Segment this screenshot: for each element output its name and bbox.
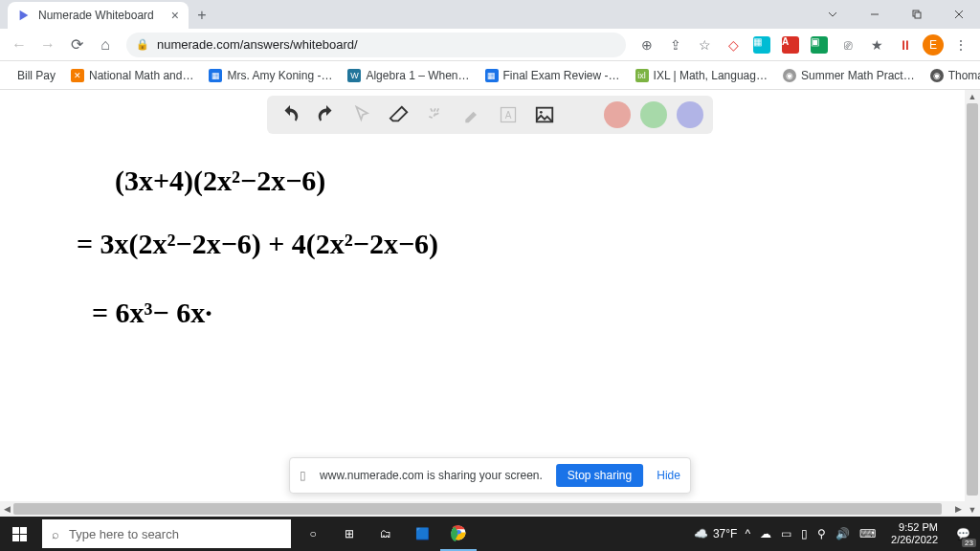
color-red[interactable] [604,101,631,128]
tab-close-icon[interactable]: × [171,8,179,23]
hide-share-button[interactable]: Hide [657,469,680,482]
nav-forward-button[interactable]: → [36,33,59,56]
chrome-icon[interactable] [440,517,477,551]
scroll-left-arrow[interactable]: ◀ [0,501,13,517]
tray-chevron-icon[interactable]: ^ [745,527,750,540]
notification-badge: 23 [962,539,976,547]
new-tab-button[interactable]: + [189,2,215,29]
clock-date: 2/26/2022 [891,534,938,546]
bookmarks-bar: Bill Pay ✕National Math and… ▦Mrs. Amy K… [0,61,980,90]
screen-share-bar: ▯ www.numerade.com is sharing your scree… [289,457,691,494]
svg-marker-0 [20,11,29,21]
handwriting-line1: (3x+4)(2x²−2x−6) [115,165,325,197]
notification-center[interactable]: 💬 23 [946,517,980,551]
clock-time: 9:52 PM [891,521,938,534]
bookmark-ixl[interactable]: ixlIXL | Math, Languag… [630,65,773,86]
svg-rect-3 [915,12,921,18]
share-pause-icon[interactable]: ▯ [300,469,306,482]
image-tool[interactable] [531,101,558,128]
scroll-right-arrow[interactable]: ▶ [951,501,965,517]
update-icon[interactable]: ⏸ [894,33,917,56]
undo-button[interactable] [277,101,303,128]
tab-favicon [17,9,31,22]
horizontal-scrollbar[interactable]: ◀ ▶ [0,501,965,517]
weather-icon: ☁️ [694,527,708,540]
handwriting-line2: = 3x(2x²−2x−6) + 4(2x²−2x−6) [77,228,438,260]
window-minimize-button[interactable] [854,0,896,29]
nav-home-button[interactable]: ⌂ [94,33,117,56]
windows-taskbar: ⌕ Type here to search ○ ⊞ 🗂 🟦 ☁️ 37°F ^ … [0,517,980,551]
zoom-icon[interactable]: ⊕ [635,33,658,56]
search-icon: ⌕ [52,527,59,541]
window-titlebar: Numerade Whiteboard × + [0,0,980,29]
stop-sharing-button[interactable]: Stop sharing [556,464,643,487]
weather-widget[interactable]: ☁️ 37°F [694,527,737,540]
color-black[interactable] [568,101,594,128]
pointer-tool[interactable] [349,101,376,128]
profile-avatar[interactable]: E [923,34,944,55]
ext-pdf-icon[interactable]: A [779,33,802,56]
color-blue[interactable] [677,101,703,128]
volume-icon[interactable]: 🔊 [835,527,850,540]
handwriting-line3: = 6x³− 6x· [92,297,212,329]
bookmark-summer-math[interactable]: ◉Summer Math Pract… [777,65,921,86]
onedrive-icon[interactable]: ☁ [760,527,771,540]
meet-icon[interactable]: ▭ [781,527,791,540]
ext-cyan-icon[interactable]: ▦ [750,33,773,56]
nav-back-button[interactable]: ← [8,33,31,56]
tab-title: Numerade Whiteboard [38,9,154,22]
settings-tool[interactable] [422,101,449,128]
app-icon-1[interactable]: 🟦 [404,517,440,551]
language-icon[interactable]: ⌨ [859,527,876,540]
bookmark-thomastik[interactable]: ◉Thomastik-Infeld C… [924,65,980,86]
window-chevron-icon[interactable] [812,0,854,29]
bookmark-bill-pay[interactable]: Bill Pay [11,65,61,86]
ext-diamond-icon[interactable]: ◇ [722,33,745,56]
task-view-icon[interactable]: ⊞ [331,517,368,551]
share-icon[interactable]: ⇪ [664,33,687,56]
whiteboard-canvas[interactable]: A (3x+4)(2x²−2x−6) = 3x(2x²−2x−6) + 4(2x… [0,90,980,517]
cast-icon[interactable]: ⎚ [836,33,859,56]
tab-strip: Numerade Whiteboard × + [0,0,215,29]
scroll-down-arrow[interactable]: ▼ [965,503,980,517]
browser-tab[interactable]: Numerade Whiteboard × [8,2,189,29]
url-text: numerade.com/answers/whiteboard/ [157,37,358,52]
share-text: www.numerade.com is sharing your screen. [320,469,543,482]
search-placeholder: Type here to search [69,527,179,541]
window-maximize-button[interactable] [896,0,938,29]
lock-icon: 🔒 [136,38,149,51]
whiteboard-toolbar: A [267,96,713,134]
weather-temp: 37°F [713,527,737,540]
svg-point-9 [540,111,543,114]
menu-icon[interactable]: ⋮ [949,33,972,56]
window-close-button[interactable] [938,0,980,29]
text-tool[interactable]: A [495,101,522,128]
windows-logo-icon [12,527,27,541]
nav-reload-button[interactable]: ⟳ [65,33,88,56]
star-icon[interactable]: ☆ [693,33,716,56]
taskbar-search[interactable]: ⌕ Type here to search [42,519,291,548]
bookmark-amy-koning[interactable]: ▦Mrs. Amy Koning -… [203,65,338,86]
scroll-thumb-h[interactable] [13,503,942,515]
url-input[interactable]: 🔒 numerade.com/answers/whiteboard/ [126,33,626,57]
vertical-scrollbar[interactable]: ▲ ▼ [965,90,980,517]
bookmark-algebra[interactable]: WAlgebra 1 – When… [342,65,475,86]
wifi-icon[interactable]: ⚲ [817,527,826,540]
start-button[interactable] [0,517,38,551]
scroll-up-arrow[interactable]: ▲ [965,90,980,103]
highlight-tool[interactable] [458,101,485,128]
file-explorer-icon[interactable]: 🗂 [368,517,404,551]
ext-green-icon[interactable]: ▣ [808,33,831,56]
battery-icon[interactable]: ▯ [801,527,808,540]
system-tray: ^ ☁ ▭ ▯ ⚲ 🔊 ⌨ [737,527,883,540]
bookmark-national-math[interactable]: ✕National Math and… [65,65,199,86]
window-controls [812,0,980,29]
extensions-icon[interactable]: ★ [865,33,888,56]
cortana-icon[interactable]: ○ [295,517,331,551]
redo-button[interactable] [313,101,340,128]
bookmark-final-exam[interactable]: ▦Final Exam Review -… [479,65,626,86]
taskbar-clock[interactable]: 9:52 PM 2/26/2022 [883,521,946,546]
eraser-tool[interactable] [386,101,412,128]
scroll-thumb-v[interactable] [967,103,978,496]
color-green[interactable] [640,101,667,128]
